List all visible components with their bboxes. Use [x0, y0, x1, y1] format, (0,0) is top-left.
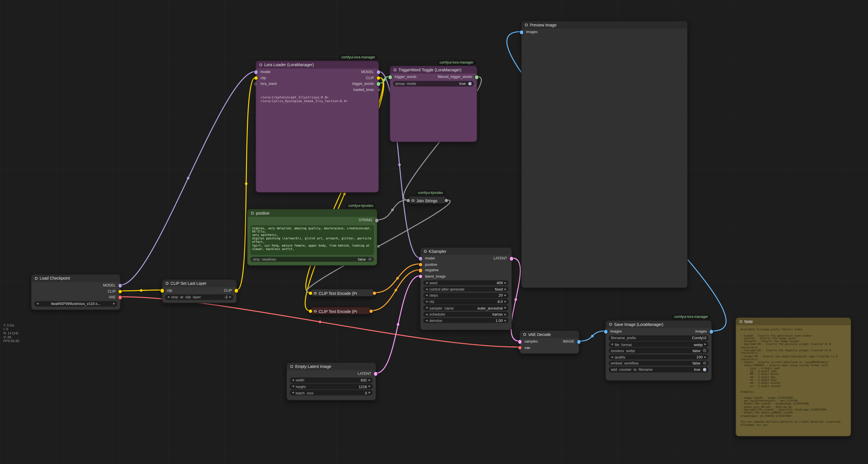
- graph-canvas[interactable]: Load CheckpointMODELCLIPVAE◀ilwaiNSFWIll…: [0, 0, 868, 464]
- output-model-dot[interactable]: [377, 70, 380, 74]
- decrement-arrow-icon[interactable]: ◀: [611, 342, 613, 347]
- output-latent-dot[interactable]: [374, 372, 377, 376]
- decrement-arrow-icon[interactable]: ◀: [426, 287, 428, 292]
- node-empty-latent-image[interactable]: Empty Latent ImageLATENT◀width832▶◀heigh…: [286, 362, 376, 401]
- output-clip-dot[interactable]: [235, 289, 238, 293]
- widget-quality[interactable]: ◀quality100▶: [609, 354, 709, 360]
- increment-arrow-icon[interactable]: ▶: [504, 280, 506, 286]
- input-model-dot[interactable]: [254, 70, 258, 74]
- input-samples-dot[interactable]: [518, 340, 522, 344]
- decrement-arrow-icon[interactable]: ◀: [36, 301, 38, 307]
- increment-arrow-icon[interactable]: ▶: [504, 299, 506, 304]
- widget-scheduler[interactable]: ◀schedulerkarras▶: [423, 312, 508, 317]
- decrement-arrow-icon[interactable]: ◀: [426, 318, 428, 323]
- node-header-triggerword-toggle[interactable]: TriggerWord Toggle (LoraManager): [390, 66, 477, 74]
- output-latent-dot[interactable]: [510, 257, 514, 260]
- increment-arrow-icon[interactable]: ▶: [504, 287, 506, 292]
- node-header-load-checkpoint[interactable]: Load Checkpoint: [31, 275, 120, 282]
- collapse-toggle-icon[interactable]: [411, 199, 414, 202]
- node-header-ksampler[interactable]: KSampler: [421, 248, 512, 255]
- collapse-toggle-icon[interactable]: [394, 69, 396, 71]
- node-ksampler[interactable]: KSamplermodelLATENTpositivenegativelaten…: [420, 247, 512, 330]
- increment-arrow-icon[interactable]: ▶: [369, 377, 371, 383]
- decrement-arrow-icon[interactable]: ◀: [611, 354, 613, 360]
- node-triggerword-toggle[interactable]: comfyui-lora-managerTriggerWord Toggle (…: [390, 65, 477, 142]
- input-clip-dot[interactable]: [254, 76, 258, 80]
- output-clip-dot[interactable]: [119, 290, 122, 293]
- node-text-note[interactable]: Available filename_prefix Pattern Codes …: [739, 327, 848, 428]
- node-load-checkpoint[interactable]: Load CheckpointMODELCLIPVAE◀ilwaiNSFWIll…: [31, 274, 121, 310]
- node-header-clip-text-encode-positive[interactable]: CLIP Text Encode (Pr: [311, 289, 375, 297]
- input-positive-dot[interactable]: [418, 263, 422, 266]
- node-header-join-strings[interactable]: Join Strings: [408, 197, 446, 204]
- output-clip-dot[interactable]: [377, 76, 380, 80]
- collapse-toggle-icon[interactable]: [290, 365, 293, 368]
- widget-lossless-webp[interactable]: lossless_webpfalse: [609, 348, 709, 353]
- output-slot-dot[interactable]: [373, 291, 376, 295]
- output-model-dot[interactable]: [119, 284, 122, 287]
- widget-embed-workflow[interactable]: embed_workflowfalse: [609, 360, 709, 366]
- node-text-positive-prompt[interactable]: highres, very detailed, amazing quality,…: [250, 225, 374, 255]
- output-images-dot[interactable]: [710, 330, 713, 334]
- toggle-off-dot[interactable]: [703, 361, 706, 365]
- increment-arrow-icon[interactable]: ▶: [504, 318, 506, 323]
- collapse-toggle-icon[interactable]: [314, 310, 316, 312]
- collapse-toggle-icon[interactable]: [35, 277, 37, 280]
- input-latent-image-dot[interactable]: [418, 274, 422, 278]
- increment-arrow-icon[interactable]: ▶: [369, 384, 371, 389]
- widget-width[interactable]: ◀width832▶: [290, 377, 373, 383]
- output-slot-dot[interactable]: [444, 199, 448, 202]
- node-vae-decode[interactable]: VAE DecodesamplesIMAGEvae: [519, 330, 579, 354]
- widget-control-after-generate[interactable]: ◀control after generatefixed▶: [423, 287, 508, 292]
- collapse-toggle-icon[interactable]: [251, 212, 254, 214]
- output-filtered-trigger-words-dot[interactable]: [475, 76, 479, 79]
- widget-add-counter-to-filename[interactable]: add_counter_to_filenametrue: [609, 367, 709, 372]
- toggle-on-dot[interactable]: [468, 82, 471, 85]
- widget-filename-prefix[interactable]: filename_prefixComfyUI: [609, 336, 709, 341]
- input-lora-stack-dot[interactable]: [254, 83, 257, 85]
- node-join-strings[interactable]: comfyui-kjnodesJoin Strings: [408, 196, 447, 204]
- input-clip-dot[interactable]: [160, 289, 164, 293]
- input-trigger-words-dot[interactable]: [389, 76, 392, 79]
- node-header-save-image[interactable]: Save Image (LoraManager): [606, 321, 711, 328]
- increment-arrow-icon[interactable]: ▶: [704, 342, 706, 347]
- collapse-toggle-icon[interactable]: [609, 323, 612, 326]
- widget-strip-newlines[interactable]: strip_newlinesfalse: [250, 256, 374, 262]
- decrement-arrow-icon[interactable]: ◀: [426, 280, 428, 286]
- widget-group-mode[interactable]: group_modetrue: [393, 81, 474, 86]
- increment-arrow-icon[interactable]: ▶: [504, 305, 506, 311]
- node-clip-set-last-layer[interactable]: CLIP Set Last LayerclipCLIP◀stop_at_clip…: [162, 279, 237, 303]
- widget-sampler-name[interactable]: ◀sampler_nameeuler_ancestral▶: [423, 305, 508, 311]
- decrement-arrow-icon[interactable]: ◀: [426, 293, 428, 298]
- output-slot-dot[interactable]: [369, 309, 373, 313]
- widget-cfg[interactable]: ◀cfg8.0▶: [423, 299, 508, 304]
- node-header-note[interactable]: Note: [736, 318, 850, 325]
- increment-arrow-icon[interactable]: ▶: [504, 312, 506, 317]
- node-save-image[interactable]: comfyui-lora-managerSave Image (LoraMana…: [605, 320, 712, 381]
- decrement-arrow-icon[interactable]: ◀: [292, 377, 294, 383]
- toggle-on-dot[interactable]: [703, 368, 706, 371]
- node-header-lora-loader[interactable]: Lora Loader (LoraManager): [256, 61, 378, 68]
- node-header-clip-set-last-layer[interactable]: CLIP Set Last Layer: [162, 280, 236, 287]
- collapse-toggle-icon[interactable]: [525, 24, 528, 26]
- collapse-toggle-icon[interactable]: [424, 250, 426, 253]
- decrement-arrow-icon[interactable]: ◀: [426, 312, 428, 317]
- output-loaded-loras-dot[interactable]: [378, 89, 380, 91]
- output-trigger-words-dot[interactable]: [377, 82, 380, 86]
- toggle-off-dot[interactable]: [369, 257, 372, 261]
- widget-height[interactable]: ◀height1216▶: [290, 384, 373, 389]
- decrement-arrow-icon[interactable]: ◀: [426, 299, 428, 304]
- input-images-dot[interactable]: [604, 330, 608, 334]
- decrement-arrow-icon[interactable]: ◀: [167, 294, 169, 300]
- increment-arrow-icon[interactable]: ▶: [704, 354, 706, 360]
- widget-file-format[interactable]: ◀file_formatwebp▶: [609, 342, 709, 347]
- widget-denoise[interactable]: ◀denoise1.00▶: [423, 318, 508, 323]
- node-header-clip-text-encode-negative[interactable]: CLIP Text Encode (Pr: [311, 307, 371, 315]
- node-header-empty-latent-image[interactable]: Empty Latent Image: [287, 363, 376, 370]
- node-lora-loader[interactable]: comfyui-lora-managerLora Loader (LoraMan…: [256, 61, 379, 193]
- increment-arrow-icon[interactable]: ▶: [229, 294, 231, 300]
- node-header-preview-image[interactable]: Preview Image: [522, 21, 687, 28]
- increment-arrow-icon[interactable]: ▶: [369, 390, 371, 396]
- decrement-arrow-icon[interactable]: ◀: [426, 305, 428, 311]
- node-preview-image[interactable]: Preview Imageimages: [521, 21, 688, 288]
